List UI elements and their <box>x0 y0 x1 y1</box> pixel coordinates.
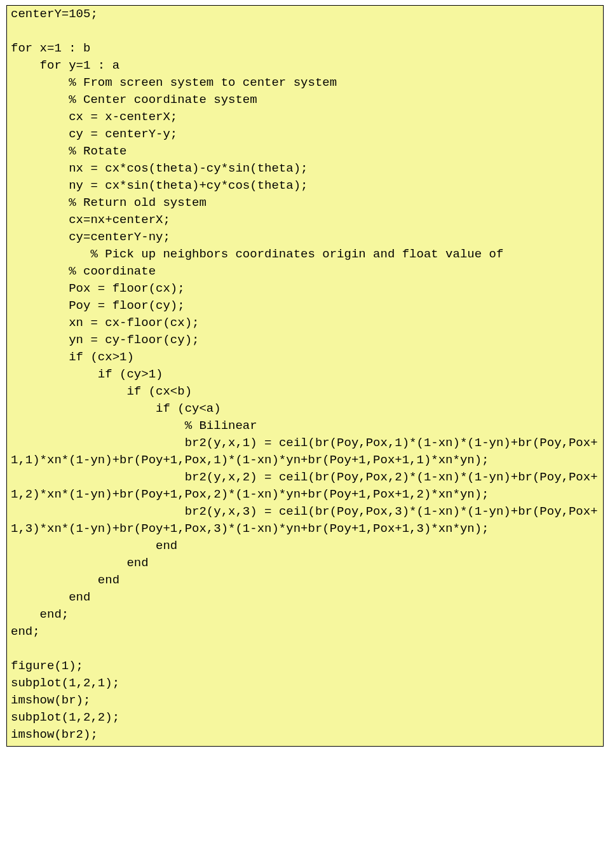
code-listing: centerY=105; for x=1 : b for y=1 : a % F… <box>6 5 604 747</box>
